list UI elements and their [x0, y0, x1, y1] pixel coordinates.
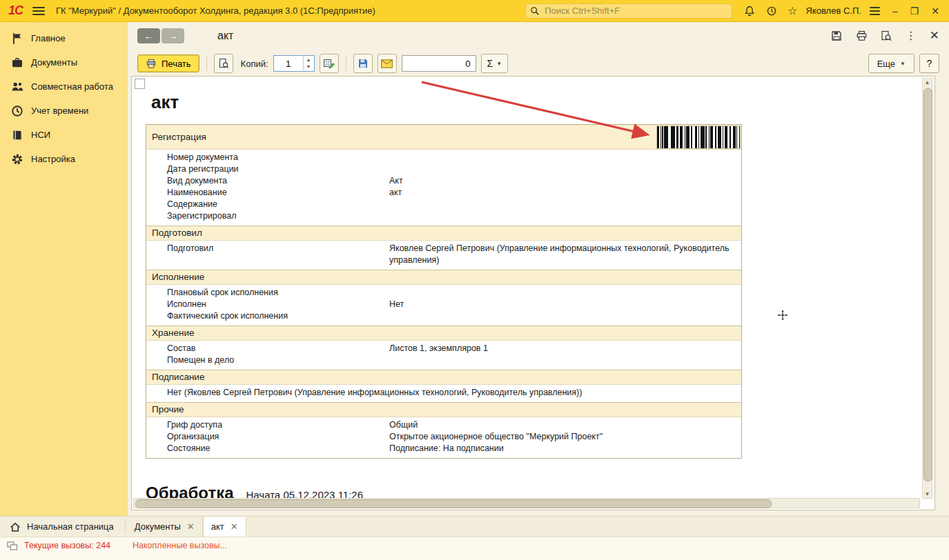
sidebar-item-uchet-vremeni[interactable]: Учет времени: [0, 99, 128, 123]
toolbar-separator: [346, 56, 346, 71]
field-label: Содержание: [146, 199, 389, 210]
current-user[interactable]: Яковлев С.П.: [806, 6, 861, 16]
section-header: Исполнение: [146, 270, 741, 285]
sidebar: ГлавноеДокументыСовместная работаУчет вр…: [0, 22, 128, 516]
horizontal-scrollbar-thumb[interactable]: [135, 499, 772, 508]
sidebar-item-label: НСИ: [31, 130, 50, 140]
sidebar-item-sovmestnaya-rabota[interactable]: Совместная работа: [0, 74, 128, 99]
sidebar-item-label: Главное: [31, 33, 66, 43]
autosum-button[interactable]: Σ ▼: [481, 54, 509, 73]
field-value: [389, 310, 741, 322]
window-maximize-icon[interactable]: ❐: [910, 6, 919, 16]
tabs-separator: [125, 519, 126, 534]
barcode-image: [656, 126, 741, 149]
sidebar-item-label: Документы: [31, 57, 77, 68]
section-title: Подписание: [152, 372, 204, 382]
search-input[interactable]: [543, 5, 727, 17]
field-label: Дата регистрации: [146, 163, 389, 175]
save-file-button[interactable]: [353, 54, 373, 73]
sidebar-items: ГлавноеДокументыСовместная работаУчет вр…: [0, 26, 128, 171]
send-email-button[interactable]: [378, 54, 397, 73]
window-close-icon[interactable]: ✕: [931, 6, 939, 16]
nav-back-button[interactable]: ←: [137, 28, 160, 43]
field-row: Содержание: [146, 199, 741, 210]
field-value: [389, 152, 741, 163]
copies-down-icon[interactable]: ▼: [304, 63, 314, 70]
form-close-icon[interactable]: ✕: [930, 30, 939, 41]
sidebar-item-label: Настройка: [31, 154, 75, 164]
horizontal-scrollbar[interactable]: [133, 498, 920, 508]
field-value: Яковлев Сергей Петрович (Управление инфо…: [389, 243, 741, 266]
printer-icon: [146, 59, 157, 69]
section-rows: ПодготовилЯковлев Сергей Петрович (Управ…: [146, 241, 741, 270]
field-label: Состав: [146, 343, 389, 354]
vertical-scrollbar[interactable]: ▲ ▼: [922, 78, 932, 499]
global-search[interactable]: [525, 3, 732, 19]
tab-dokumenty[interactable]: Документы✕: [127, 517, 203, 537]
field-value: [389, 163, 741, 175]
field-label: Нет (Яковлев Сергей Петрович (Управление…: [146, 387, 741, 399]
vertical-scrollbar-thumb[interactable]: [923, 88, 932, 481]
more-actions-kebab-icon[interactable]: ⋮: [906, 30, 917, 41]
processing-table: ДействияСотрудникиСрокСостояниеКомментар…: [146, 510, 742, 510]
document-title: акт: [151, 92, 935, 113]
spreadsheet-corner-cell[interactable]: [135, 79, 145, 89]
field-label: Гриф доступа: [146, 419, 389, 431]
document-viewport: акт РегистрацияНомер документаДата регис…: [131, 76, 935, 510]
help-button-label: ?: [927, 58, 932, 69]
form-header: ← → акт ⋮ ✕: [128, 22, 949, 50]
chevron-down-icon: ▼: [496, 61, 502, 67]
copies-input[interactable]: [274, 58, 303, 70]
help-button[interactable]: ?: [919, 54, 939, 73]
sidebar-item-label: Совместная работа: [31, 81, 113, 92]
current-calls-label[interactable]: Текущие вызовы: 244: [24, 541, 110, 550]
field-value: Нет: [389, 299, 741, 310]
notifications-bell-icon[interactable]: [743, 5, 755, 17]
gear-icon: [11, 153, 23, 166]
copies-up-icon[interactable]: ▲: [304, 57, 314, 63]
main-menu-icon[interactable]: [32, 5, 45, 17]
tab-close-icon[interactable]: ✕: [231, 522, 238, 531]
history-icon[interactable]: [765, 5, 777, 17]
field-label: Организация: [146, 431, 389, 443]
sidebar-item-glavnoe[interactable]: Главное: [0, 26, 128, 50]
nav-forward-button[interactable]: →: [162, 28, 184, 43]
tab-close-icon[interactable]: ✕: [187, 522, 195, 531]
print-icon[interactable]: [856, 30, 868, 42]
sidebar-item-nastroyka[interactable]: Настройка: [0, 147, 128, 171]
more-button[interactable]: Еще ▼: [868, 54, 914, 73]
field-value: Подписание: На подписании: [389, 443, 741, 454]
field-row: СостояниеПодписание: На подписании: [146, 443, 741, 454]
field-value: [389, 354, 741, 366]
sum-field[interactable]: [402, 55, 476, 72]
field-label: Помещен в дело: [146, 354, 389, 366]
copies-stepper[interactable]: ▲ ▼: [273, 55, 315, 72]
scroll-down-icon[interactable]: ▼: [923, 491, 932, 497]
section-title: Подготовил: [152, 228, 202, 238]
user-settings-icon[interactable]: [870, 5, 880, 17]
print-button-label: Печать: [162, 59, 191, 69]
scroll-up-icon[interactable]: ▲: [923, 79, 932, 86]
form-area: ← → акт ⋮ ✕ Печать: [128, 22, 949, 516]
field-row: Помещен в дело: [146, 354, 741, 366]
favorites-star-icon[interactable]: ☆: [787, 6, 797, 17]
sidebar-item-nsi[interactable]: НСИ: [0, 123, 128, 147]
field-label: Плановый срок исполнения: [146, 287, 389, 299]
preview-search-icon[interactable]: [881, 30, 892, 42]
home-page-label: Начальная страница: [27, 521, 114, 532]
save-icon[interactable]: [831, 30, 843, 42]
print-button[interactable]: Печать: [137, 54, 199, 72]
tab-akt[interactable]: акт✕: [203, 517, 246, 537]
flag-icon: [11, 32, 23, 45]
sidebar-item-dokumenty[interactable]: Документы: [0, 50, 128, 74]
section-header: Прочие: [146, 402, 741, 417]
print-settings-button[interactable]: [320, 54, 339, 73]
performance-windows-icon[interactable]: [7, 541, 18, 551]
document-card-table: РегистрацияНомер документаДата регистрац…: [146, 124, 742, 459]
field-label: Зарегистрировал: [146, 210, 389, 222]
home-page-tab[interactable]: Начальная страница: [0, 517, 124, 537]
window-minimize-icon[interactable]: –: [892, 6, 898, 16]
status-bar: Текущие вызовы: 244 Накопленные вызовы..…: [0, 537, 949, 560]
accumulated-calls-label[interactable]: Накопленные вызовы...: [133, 541, 227, 550]
print-preview-button[interactable]: [214, 54, 233, 73]
